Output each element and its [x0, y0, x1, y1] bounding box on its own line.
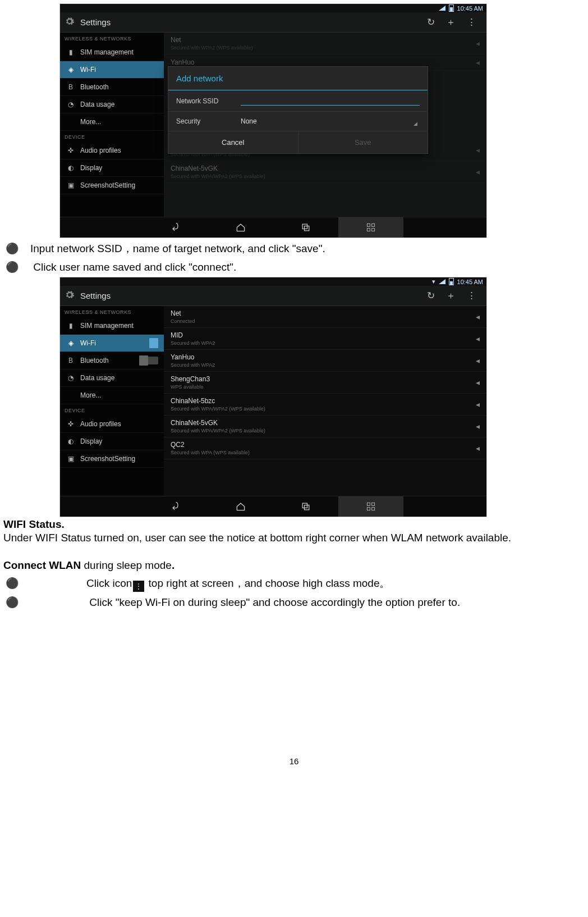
paragraph: Under WIFI Status turned on, user can se… [3, 531, 581, 546]
svg-rect-0 [302, 224, 307, 229]
security-select[interactable]: None [241, 117, 420, 125]
category-device: DEVICE [60, 131, 164, 142]
data-icon: ◔ [66, 374, 76, 382]
network-row[interactable]: ChinaNet-5vGKSecured with WPA/WPA2 (WPS … [164, 161, 486, 183]
camera-icon: ▣ [66, 455, 76, 463]
bluetooth-icon: B [66, 357, 76, 364]
sidebar-item-audio[interactable]: ✜Audio profiles [60, 416, 164, 433]
overflow-icon[interactable]: ⋮ [467, 290, 476, 302]
title-bar: Settings ↻ ＋ ⋮ [60, 286, 486, 306]
network-row[interactable]: ChinaNet-5vGKSecured with WPA/WPA2 (WPS … [164, 416, 486, 437]
ssid-label: Network SSID [176, 97, 241, 105]
category-wireless: WIRELESS & NETWORKS [60, 33, 164, 44]
add-icon[interactable]: ＋ [446, 16, 456, 29]
page-title: Settings [80, 291, 421, 300]
sidebar-item-data-usage[interactable]: ◔Data usage [60, 96, 164, 113]
svg-rect-9 [372, 503, 375, 506]
wifi-signal-icon: ◂ [476, 334, 480, 343]
svg-rect-4 [367, 229, 370, 231]
sidebar-item-more[interactable]: More... [60, 113, 164, 131]
heading-connect-wlan: Connect WLAN during sleep mode. [3, 558, 581, 573]
svg-rect-7 [305, 505, 309, 510]
svg-rect-2 [367, 223, 370, 226]
title-bar: Settings ↻ ＋ ⋮ [60, 12, 486, 33]
wifi-icon: ◈ [66, 66, 76, 74]
sidebar-item-wifi[interactable]: ◈Wi-Fi [60, 61, 164, 79]
category-device: DEVICE [60, 404, 164, 416]
screenshot-add-network: 10:45 AM Settings ↻ ＋ ⋮ WIRELESS & NETWO… [59, 3, 487, 238]
sidebar-item-more[interactable]: More... [60, 387, 164, 404]
sidebar-item-screenshot[interactable]: ▣ScreenshotSetting [60, 450, 164, 468]
ssid-row: Network SSID [168, 90, 428, 112]
sidebar-item-bluetooth[interactable]: BBluetooth [60, 79, 164, 96]
recents-button[interactable] [273, 496, 338, 517]
network-row[interactable]: YanHuoSecured with WPA2◂ [164, 350, 486, 372]
back-button[interactable] [143, 217, 208, 238]
sidebar-item-sim[interactable]: ▮SIM management [60, 44, 164, 61]
settings-sidebar: WIRELESS & NETWORKS ▮SIM management ◈Wi-… [60, 33, 164, 217]
sidebar-item-bluetooth[interactable]: BBluetooth [60, 352, 164, 369]
security-row[interactable]: Security None [168, 112, 428, 131]
recents-button[interactable] [273, 217, 338, 238]
network-row[interactable]: NetSecured with WPA2 (WPS available)◂ [164, 33, 486, 54]
sidebar-item-display[interactable]: ◐Display [60, 433, 164, 450]
page-number: 16 [2, 756, 586, 783]
bullet-text: ⚫ Click user name saved and click "conne… [6, 260, 586, 275]
security-label: Security [176, 117, 241, 125]
svg-rect-3 [372, 223, 375, 226]
network-row[interactable]: QC2Secured with WPA (WPS available)◂ [164, 437, 486, 459]
wifi-toggle[interactable] [139, 339, 158, 347]
battery-icon [449, 278, 454, 285]
save-button[interactable]: Save [298, 131, 428, 153]
clock: 10:45 AM [457, 5, 483, 12]
add-network-dialog: Add network Network SSID Security None C… [168, 66, 428, 154]
bullet-text: ⚫Click icon⋮ top right at screen，and cho… [6, 576, 586, 592]
svg-rect-6 [302, 503, 307, 508]
sidebar-item-screenshot[interactable]: ▣ScreenshotSetting [60, 177, 164, 194]
wifi-status-icon: ▾ [432, 278, 435, 285]
network-row[interactable]: ShengChan3WPS available◂ [164, 372, 486, 394]
network-row[interactable]: NetConnected◂ [164, 306, 486, 328]
refresh-icon[interactable]: ↻ [427, 290, 435, 302]
screenshot-button[interactable] [338, 217, 403, 238]
cancel-button[interactable]: Cancel [168, 131, 298, 153]
settings-icon [65, 16, 75, 29]
ssid-input[interactable] [241, 96, 420, 106]
nav-bar [60, 496, 486, 517]
wifi-list: NetConnected◂ MIDSecured with WPA2◂ YanH… [164, 306, 486, 496]
network-row[interactable]: ChinaNet-5bzcSecured with WPA/WPA2 (WPS … [164, 394, 486, 416]
screenshot-wifi-list: ▾ 10:45 AM Settings ↻ ＋ ⋮ WIRELESS & NET… [59, 277, 487, 517]
audio-icon: ✜ [66, 147, 76, 154]
wifi-icon: ◈ [66, 339, 76, 347]
sidebar-item-display[interactable]: ◐Display [60, 159, 164, 177]
sidebar-item-audio[interactable]: ✜Audio profiles [60, 142, 164, 159]
home-button[interactable] [208, 496, 273, 517]
sim-icon: ▮ [66, 48, 76, 56]
add-icon[interactable]: ＋ [446, 289, 456, 302]
category-wireless: WIRELESS & NETWORKS [60, 306, 164, 317]
bullet-text: ⚫ Click "keep Wi-Fi on during sleep" and… [6, 595, 586, 610]
sidebar-item-data-usage[interactable]: ◔Data usage [60, 369, 164, 387]
signal-icon [439, 279, 445, 284]
display-icon: ◐ [66, 437, 76, 445]
signal-icon [439, 6, 445, 11]
sidebar-item-sim[interactable]: ▮SIM management [60, 317, 164, 335]
dialog-title: Add network [168, 67, 428, 90]
sidebar-item-wifi[interactable]: ◈Wi-Fi [60, 335, 164, 352]
overflow-icon[interactable]: ⋮ [467, 16, 476, 28]
display-icon: ◐ [66, 164, 76, 172]
network-row[interactable]: MIDSecured with WPA2◂ [164, 328, 486, 350]
wifi-signal-icon: ◂ [476, 400, 480, 409]
refresh-icon[interactable]: ↻ [427, 16, 435, 28]
battery-icon [449, 4, 454, 12]
wifi-signal-icon: ◂ [476, 312, 480, 321]
wifi-signal-icon: ◂ [476, 422, 480, 431]
overflow-icon: ⋮ [133, 581, 144, 592]
audio-icon: ✜ [66, 420, 76, 428]
settings-sidebar: WIRELESS & NETWORKS ▮SIM management ◈Wi-… [60, 306, 164, 496]
sim-icon: ▮ [66, 322, 76, 330]
home-button[interactable] [208, 217, 273, 238]
bluetooth-toggle[interactable] [139, 357, 158, 364]
back-button[interactable] [143, 496, 208, 517]
screenshot-button[interactable] [338, 496, 403, 517]
